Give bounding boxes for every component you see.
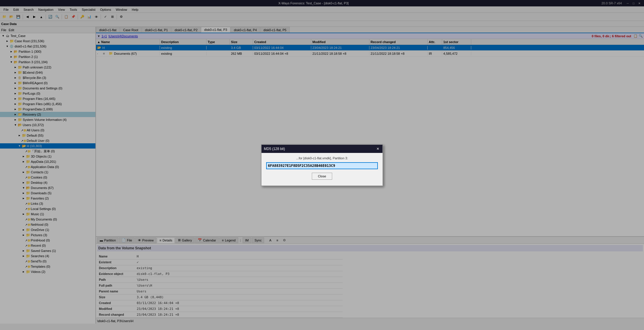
modal-overlay: MD5 (128 bit) ✕ ...for [disk0-c1-flat.vm… — [0, 0, 644, 330]
modal-close-x[interactable]: ✕ — [376, 147, 380, 151]
modal-close-btn[interactable]: Close — [312, 173, 332, 180]
modal-footer: Close — [266, 173, 378, 182]
modal-title: MD5 (128 bit) — [264, 147, 285, 151]
modal-hash-input[interactable] — [266, 162, 378, 169]
modal-md5: MD5 (128 bit) ✕ ...for [disk0-c1-flat.vm… — [261, 144, 383, 186]
modal-body: ...for [disk0-c1-flat.vmdk], Partition 3… — [261, 153, 383, 186]
modal-title-bar: MD5 (128 bit) ✕ — [261, 145, 383, 153]
modal-subtitle: ...for [disk0-c1-flat.vmdk], Partition 3… — [266, 156, 378, 160]
